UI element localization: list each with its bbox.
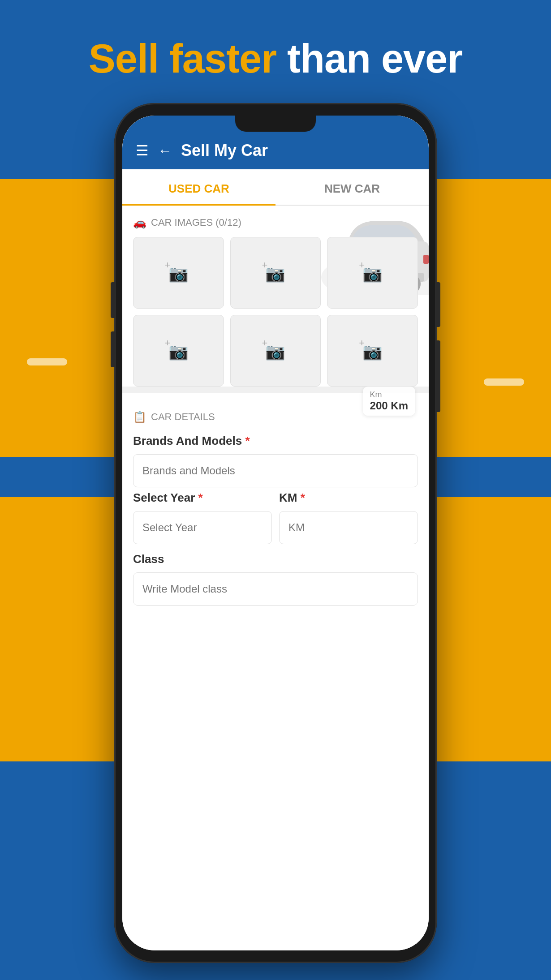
class-label: Class xyxy=(133,552,418,566)
car-details-section: Km 200 Km 📋 CAR DETAILS Brands And Model… xyxy=(122,400,429,620)
document-icon: 📋 xyxy=(133,411,146,423)
select-year-label: Select Year * xyxy=(133,491,272,505)
image-slot-4[interactable]: + 📷 xyxy=(133,315,224,387)
km-overlay: Km 200 Km xyxy=(363,387,415,416)
app-content: ☰ ← Sell My Car USED CAR NEW CAR xyxy=(122,116,429,950)
app-bar-title: Sell My Car xyxy=(181,141,268,160)
car-icon: 🚗 xyxy=(133,216,146,229)
camera-icon-1: + 📷 xyxy=(168,263,189,283)
image-slot-3[interactable]: + 📷 xyxy=(327,237,418,309)
car-details-label: CAR DETAILS xyxy=(151,411,215,423)
side-button-left-bottom xyxy=(111,331,115,367)
select-year-input[interactable] xyxy=(133,511,272,544)
km-value: 200 Km xyxy=(370,400,408,412)
km-unit: Km xyxy=(370,390,408,400)
camera-icon-6: + 📷 xyxy=(362,341,383,361)
year-km-row: Select Year * KM * xyxy=(133,491,418,548)
image-grid: + 📷 + 📷 + xyxy=(133,237,418,387)
car-images-section: 🚗 CAR IMAGES (0/12) + 📷 xyxy=(122,206,429,387)
tab-used-car[interactable]: USED CAR xyxy=(122,169,276,205)
phone-device: ☰ ← Sell My Car USED CAR NEW CAR xyxy=(114,103,437,954)
camera-icon-4: + 📷 xyxy=(168,341,189,361)
km-required: * xyxy=(301,491,305,504)
year-required: * xyxy=(198,491,203,504)
page-header: Sell faster than ever xyxy=(0,36,551,82)
year-col: Select Year * xyxy=(133,491,272,548)
header-white-text: than ever xyxy=(276,36,462,81)
fade-overlay xyxy=(122,897,429,950)
car-images-label: CAR IMAGES (0/12) xyxy=(151,217,241,228)
km-input[interactable] xyxy=(279,511,418,544)
side-button-right-top xyxy=(436,282,440,327)
bg-white-stripe2 xyxy=(484,378,524,386)
km-col: KM * xyxy=(279,491,418,548)
brands-models-required: * xyxy=(245,434,250,447)
menu-icon[interactable]: ☰ xyxy=(136,142,149,159)
image-slot-6[interactable]: + 📷 xyxy=(327,315,418,387)
header-yellow-text: Sell faster xyxy=(89,36,276,81)
image-slot-1[interactable]: + 📷 xyxy=(133,237,224,309)
bg-white-stripe1 xyxy=(27,358,67,365)
camera-icon-5: + 📷 xyxy=(265,341,285,361)
phone-bezel: ☰ ← Sell My Car USED CAR NEW CAR xyxy=(114,103,437,963)
brands-models-label: Brands And Models * xyxy=(133,434,418,448)
svg-rect-7 xyxy=(423,255,429,264)
tabs-container: USED CAR NEW CAR xyxy=(122,169,429,206)
camera-icon-3: + 📷 xyxy=(362,263,383,283)
image-slot-5[interactable]: + 📷 xyxy=(230,315,321,387)
phone-notch xyxy=(235,116,316,132)
phone-screen: ☰ ← Sell My Car USED CAR NEW CAR xyxy=(122,116,429,950)
brands-models-input[interactable] xyxy=(133,454,418,487)
km-field-label: KM * xyxy=(279,491,418,505)
back-icon[interactable]: ← xyxy=(158,142,172,159)
side-button-left-top xyxy=(111,282,115,318)
camera-icon-2: + 📷 xyxy=(265,263,285,283)
class-input[interactable] xyxy=(133,572,418,606)
side-button-right-bottom xyxy=(436,340,440,412)
tab-new-car[interactable]: NEW CAR xyxy=(276,169,429,205)
image-slot-2[interactable]: + 📷 xyxy=(230,237,321,309)
